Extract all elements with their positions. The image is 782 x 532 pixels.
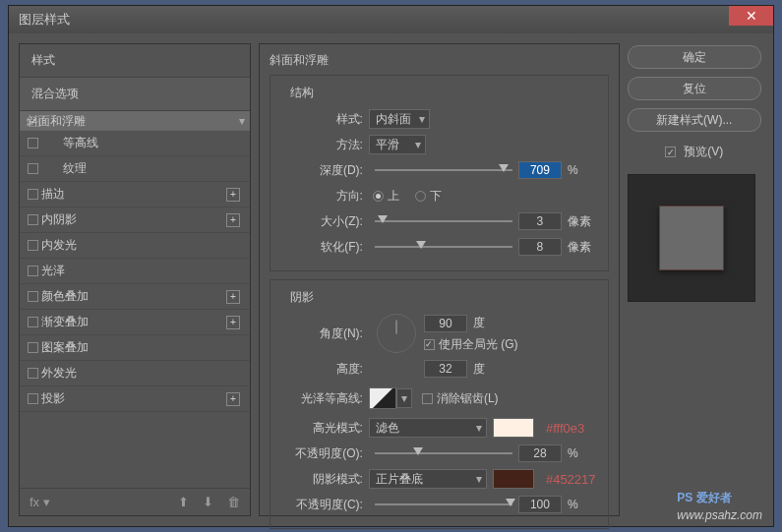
shadow-mode-select[interactable]: 正片叠底 [369,469,487,489]
sidebar-item-satin[interactable]: 光泽 [20,259,250,284]
depth-slider[interactable] [375,162,512,178]
shadow-hex: #452217 [546,472,596,487]
direction-down-radio[interactable] [415,191,426,202]
group-title: 结构 [286,85,318,101]
highlight-hex: #fff0e3 [546,421,584,436]
sidebar-item-innershadow[interactable]: 内阴影+ [20,207,250,233]
depth-input[interactable]: 709 [518,161,562,179]
checkbox[interactable] [28,368,38,379]
size-input[interactable]: 3 [518,212,562,230]
shadow-color-swatch[interactable] [493,469,534,489]
styles-sidebar: 样式 混合选项 斜面和浮雕 等高线 纹理 描边+ 内阴影+ 内发光 光泽 颜色叠… [19,43,251,516]
checkbox[interactable] [28,163,38,174]
highlight-color-swatch[interactable] [493,418,534,438]
settings-panel: 斜面和浮雕 结构 样式:内斜面 方法:平滑 深度(D):709% 方向:上下 大… [259,43,620,516]
highlight-opacity-slider[interactable] [375,445,512,461]
add-icon[interactable]: + [226,213,240,227]
trash-icon[interactable]: 🗑 [227,495,240,509]
soften-input[interactable]: 8 [518,238,562,256]
checkbox[interactable] [28,138,38,148]
fx-icon[interactable]: fx ▾ [30,495,50,509]
sidebar-header: 样式 [20,44,250,78]
sidebar-item-patternoverlay[interactable]: 图案叠加 [20,335,250,361]
soften-slider[interactable] [375,239,512,255]
sidebar-item-bevel[interactable]: 斜面和浮雕 [20,111,250,131]
sidebar-item-coloroverlay[interactable]: 颜色叠加+ [20,284,250,310]
shading-group: 阴影 角度(N): 90度 使用全局光 (G) 高度:32度 光泽等高线:消除锯… [270,279,609,529]
window-title: 图层样式 [19,11,70,29]
sidebar-item-gradientoverlay[interactable]: 渐变叠加+ [20,310,250,335]
titlebar[interactable]: 图层样式 ✕ [9,6,773,33]
shadow-opacity-slider[interactable] [375,497,512,512]
technique-select[interactable]: 平滑 [369,135,426,154]
checkbox[interactable] [28,189,38,200]
group-title: 阴影 [286,289,318,306]
checkbox[interactable] [28,393,38,404]
checkbox[interactable] [29,116,39,127]
panel-title: 斜面和浮雕 [270,52,609,69]
preview-box [628,174,755,302]
blending-options[interactable]: 混合选项 [20,78,250,111]
global-light-checkbox[interactable] [424,339,435,350]
add-icon[interactable]: + [226,392,240,406]
highlight-opacity-input[interactable]: 28 [518,444,562,462]
layer-style-dialog: 图层样式 ✕ 样式 混合选项 斜面和浮雕 等高线 纹理 描边+ 内阴影+ 内发光… [8,5,774,527]
direction-up-radio[interactable] [373,191,384,202]
angle-wheel[interactable] [377,314,416,353]
checkbox[interactable] [28,266,38,276]
style-select[interactable]: 内斜面 [369,109,430,129]
size-slider[interactable] [375,213,512,229]
right-column: 确定 复位 新建样式(W)... 预览(V) [628,43,761,516]
checkbox[interactable] [28,317,38,327]
checkbox[interactable] [28,240,38,251]
antialias-checkbox[interactable] [422,393,433,404]
shadow-opacity-input[interactable]: 100 [518,496,562,513]
highlight-mode-select[interactable]: 滤色 [369,418,487,438]
checkbox[interactable] [28,342,38,353]
sidebar-item-texture[interactable]: 纹理 [20,156,250,182]
down-icon[interactable]: ⬇ [203,495,213,509]
new-style-button[interactable]: 新建样式(W)... [628,108,761,132]
sidebar-item-innerglow[interactable]: 内发光 [20,233,250,259]
contour-dropdown[interactable] [396,388,412,408]
add-icon[interactable]: + [226,316,240,329]
add-icon[interactable]: + [226,188,240,202]
checkbox[interactable] [28,214,38,225]
sidebar-item-contour[interactable]: 等高线 [20,131,250,156]
sidebar-item-outerglow[interactable]: 外发光 [20,361,250,386]
preview-swatch [659,206,724,270]
add-icon[interactable]: + [226,290,240,304]
angle-input[interactable]: 90 [424,315,467,332]
cancel-button[interactable]: 复位 [628,77,761,100]
gloss-contour[interactable] [369,387,396,409]
sidebar-item-dropshadow[interactable]: 投影+ [20,386,250,412]
up-icon[interactable]: ⬆ [178,495,189,509]
watermark: PS 爱好者www.psahz.com [677,489,762,522]
preview-checkbox[interactable] [665,147,676,157]
sidebar-footer: fx ▾ ⬆ ⬇ 🗑 [20,488,250,515]
structure-group: 结构 样式:内斜面 方法:平滑 深度(D):709% 方向:上下 大小(Z):3… [270,75,609,271]
sidebar-item-stroke[interactable]: 描边+ [20,182,250,207]
ok-button[interactable]: 确定 [628,45,761,69]
close-button[interactable]: ✕ [729,6,773,26]
checkbox[interactable] [28,291,38,302]
altitude-input[interactable]: 32 [424,360,467,378]
